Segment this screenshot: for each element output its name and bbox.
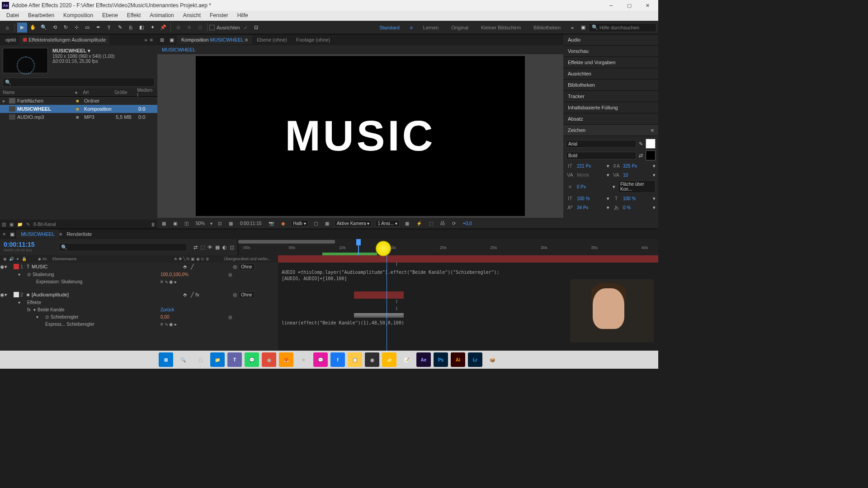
- photoshop-icon[interactable]: Ps: [434, 352, 448, 367]
- panel-bibliotheken[interactable]: Bibliotheken: [563, 80, 658, 91]
- alpha-icon[interactable]: ▦: [160, 221, 168, 226]
- timeline-search[interactable]: 🔍: [59, 243, 187, 251]
- snap-grid-icon[interactable]: ⊡: [251, 23, 261, 33]
- timeline-icon[interactable]: ⬚: [427, 221, 435, 226]
- anchor-tool[interactable]: ⊹: [71, 23, 81, 33]
- maximize-button[interactable]: ▢: [620, 0, 638, 11]
- col-name[interactable]: Name: [0, 90, 72, 95]
- layer-color[interactable]: [14, 264, 19, 269]
- panel-effekte[interactable]: Effekte und Vorgaben: [563, 57, 658, 68]
- font-size-value[interactable]: 221 Px: [577, 164, 604, 169]
- layer-row-1[interactable]: ◉ ▾ 1 T MUSIC ⬘ ╱ ◎ Ohne: [0, 263, 278, 271]
- workspace-kleiner[interactable]: Kleiner Bildschirm: [475, 25, 527, 30]
- close-button[interactable]: ✕: [638, 0, 656, 11]
- menu-datei[interactable]: Datei: [2, 11, 24, 21]
- interpret-icon[interactable]: ▥: [2, 222, 6, 227]
- app-icon-yellow[interactable]: 📋: [348, 352, 362, 367]
- time-ruler[interactable]: :00s 05s 10s 15s 20s 25s 30s 35s 40s: [238, 239, 658, 255]
- channel-icon[interactable]: ◉: [279, 221, 287, 226]
- expression-text-2[interactable]: linear(effect("Beide Kanäle")(1),48,50,0…: [282, 320, 404, 325]
- prop-beide-kanaele[interactable]: fx▾ Beide Kanäle Zurück: [0, 306, 278, 313]
- world-axis-icon[interactable]: ⊕: [184, 23, 194, 33]
- viewer-time[interactable]: 0:00:11:15: [238, 221, 263, 226]
- menu-effekt[interactable]: Effekt: [123, 11, 145, 21]
- app-icon-misc[interactable]: 📦: [485, 352, 500, 367]
- label-col-icon[interactable]: ◆: [36, 257, 42, 261]
- tab-project[interactable]: ojekt: [2, 35, 19, 44]
- menu-hilfe[interactable]: Hilfe: [233, 11, 253, 21]
- pixel-aspect-icon[interactable]: ▦: [403, 221, 411, 226]
- workspace-menu-icon[interactable]: ≡: [406, 23, 416, 33]
- chevron-down-icon[interactable]: ▾: [210, 221, 212, 226]
- frame-blend-icon[interactable]: ▦: [215, 244, 220, 250]
- panel-toggle-icon[interactable]: ▣: [578, 23, 588, 33]
- vscale-value[interactable]: 100 %: [577, 196, 604, 201]
- close-tab-icon[interactable]: ×: [0, 231, 8, 237]
- fill-color-swatch[interactable]: [646, 139, 656, 149]
- hand-tool[interactable]: ✋: [28, 23, 38, 33]
- lightroom-icon[interactable]: Lr: [468, 352, 482, 367]
- comp-mini-icon[interactable]: ▣: [167, 37, 177, 43]
- draft-3d-icon[interactable]: ⬚: [200, 244, 205, 250]
- brush-tool[interactable]: ✎: [115, 23, 125, 33]
- menu-ansicht[interactable]: Ansicht: [179, 11, 205, 21]
- video-col-icon[interactable]: ◉: [2, 257, 8, 261]
- hide-shy-icon[interactable]: 👁: [208, 244, 212, 250]
- workspace-lernen[interactable]: Lernen: [417, 25, 445, 30]
- project-item-comp[interactable]: MUSICWHEEL ■ Komposition 0:0: [0, 105, 157, 113]
- facebook-icon[interactable]: f: [330, 352, 345, 367]
- roto-tool[interactable]: ✦: [147, 23, 157, 33]
- panel-tracker[interactable]: Tracker: [563, 91, 658, 102]
- menu-bearbeiten[interactable]: Bearbeiten: [24, 11, 59, 21]
- motion-blur-icon[interactable]: ◐: [222, 244, 227, 250]
- zoom-tool[interactable]: 🔍: [39, 23, 49, 33]
- comp-flowchart-icon[interactable]: ⇄: [193, 244, 198, 250]
- schieberegler-value[interactable]: 0,00: [160, 314, 228, 319]
- swap-colors-icon[interactable]: ⇄: [639, 153, 643, 159]
- prop-effekte[interactable]: ▾Effekte: [0, 299, 278, 306]
- proxy-icon[interactable]: ✎: [26, 222, 30, 227]
- workspace-original[interactable]: Original: [445, 25, 475, 30]
- viewer-area[interactable]: MUSIC: [157, 54, 563, 218]
- puppet-tool[interactable]: 📌: [158, 23, 168, 33]
- eraser-tool[interactable]: ◧: [137, 23, 146, 33]
- tsume-value[interactable]: 0 %: [623, 205, 650, 210]
- illustrator-icon[interactable]: Ai: [451, 352, 465, 367]
- comp-thumbnail[interactable]: [3, 48, 48, 73]
- task-view-button[interactable]: ▢: [193, 352, 208, 367]
- eyedropper-icon[interactable]: ✎: [639, 141, 643, 147]
- audio-col-icon[interactable]: 🔊: [8, 257, 14, 261]
- prop-expression-skalierung[interactable]: Expression: Skalierung ≡ ∿ ◉ ▸: [0, 278, 278, 285]
- expression-text-1b[interactable]: [AUDIO, AUDIO]+[100,100]: [282, 276, 347, 281]
- local-axis-icon[interactable]: ⊞: [173, 23, 183, 33]
- snap-options-icon[interactable]: ⟋: [241, 23, 250, 33]
- reset-exposure-icon[interactable]: ⟳: [450, 221, 458, 226]
- panel-inhaltsbasiert[interactable]: Inhaltsbasierte Füllung: [563, 102, 658, 113]
- views-select[interactable]: 1 Ansi... ▾: [375, 220, 399, 227]
- hscale-value[interactable]: 100 %: [623, 196, 650, 201]
- font-weight-select[interactable]: Bold: [566, 152, 636, 160]
- notepad-icon[interactable]: 📝: [399, 352, 414, 367]
- panel-audio[interactable]: Audio: [563, 34, 658, 46]
- prop-expression-schieberegler[interactable]: Express... Schieberegler ≡ ∿ ◉ ▸: [0, 320, 278, 328]
- messenger-icon[interactable]: 💬: [313, 352, 328, 367]
- keyframe-marker[interactable]: I: [396, 299, 397, 304]
- col-media[interactable]: Medien-I: [134, 88, 157, 98]
- tab-footage[interactable]: Footage (ohne): [292, 35, 335, 44]
- panel-menu-icon[interactable]: ≡: [147, 37, 156, 42]
- folder-icon[interactable]: 📁: [382, 352, 396, 367]
- solo-col-icon[interactable]: ●: [14, 257, 21, 261]
- search-button[interactable]: 🔍: [176, 352, 190, 367]
- timeline-tab-comp[interactable]: MUSICWHEEL: [16, 230, 59, 239]
- fast-preview-icon[interactable]: ⚡: [415, 221, 424, 226]
- stroke-color-swatch[interactable]: [646, 150, 656, 160]
- layer-color[interactable]: [14, 292, 19, 297]
- explorer-icon[interactable]: 📁: [210, 352, 225, 367]
- exposure-value[interactable]: +0,0: [461, 221, 474, 226]
- pen-tool[interactable]: ✒: [93, 23, 103, 33]
- current-timecode[interactable]: 0:00:11:15: [4, 241, 55, 248]
- whatsapp-icon[interactable]: 💬: [245, 352, 259, 367]
- menu-fenster[interactable]: Fenster: [205, 11, 233, 21]
- playhead[interactable]: [356, 239, 361, 245]
- keyframe-marker[interactable]: I: [396, 306, 397, 311]
